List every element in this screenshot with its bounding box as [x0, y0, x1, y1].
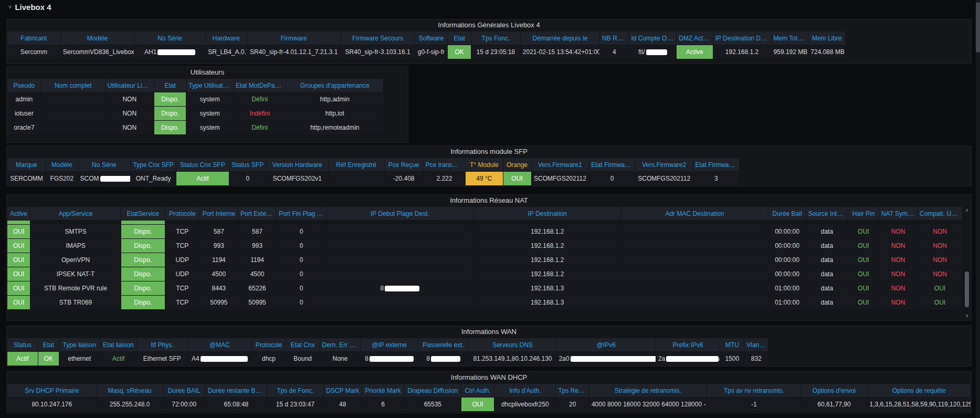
panel-title-wan-dhcp[interactable]: Informations WAN DHCP	[7, 372, 971, 383]
column-header[interactable]: NAT Symétriq	[879, 207, 917, 220]
column-header[interactable]: Vers.Firmware1	[532, 158, 589, 171]
column-header[interactable]: Orange	[503, 158, 531, 171]
column-header[interactable]: Firmware Secours	[341, 32, 415, 45]
column-header[interactable]: Status Cnx SFP	[176, 158, 228, 171]
column-header[interactable]: Fabricant	[7, 32, 60, 45]
table-cell: Actif	[100, 352, 136, 365]
column-header[interactable]: Prefix IPv6	[656, 338, 720, 351]
column-header[interactable]: Drapeau Diffusion	[405, 384, 461, 397]
column-header[interactable]: MTU	[720, 338, 744, 351]
column-header[interactable]: Port Interne	[200, 207, 238, 220]
column-header[interactable]: Firmware	[247, 32, 341, 45]
column-header[interactable]: Etat Firmware1	[589, 158, 635, 171]
column-header[interactable]: Marque	[7, 158, 46, 171]
column-header[interactable]: Masq. sRéseau	[97, 384, 163, 397]
column-header[interactable]: Pce transmise	[424, 158, 466, 171]
column-header[interactable]: Stratégie de retransmis.	[589, 384, 707, 397]
column-header[interactable]: Etat MotDePasse	[234, 79, 286, 92]
column-header[interactable]: Duree BAIL	[163, 384, 205, 397]
column-header[interactable]: Adr MAC Destination	[621, 207, 768, 220]
column-header[interactable]: Etat	[154, 79, 186, 92]
column-header[interactable]: DSCP Mark	[324, 384, 361, 397]
page-scrollbar-thumb[interactable]	[976, 2, 980, 53]
column-header[interactable]: Etat	[38, 338, 59, 351]
column-header[interactable]: Pce Reçue	[385, 158, 423, 171]
column-header[interactable]: Vlan Id	[744, 338, 768, 351]
scroll-down-icon[interactable]: ∨	[964, 313, 970, 318]
column-header[interactable]: Etat liaison	[100, 338, 136, 351]
column-header[interactable]: Modèle	[46, 158, 78, 171]
column-header[interactable]: IP Destination	[474, 207, 621, 220]
row-header-livebox4[interactable]: ˅ Livebox 4	[8, 2, 51, 12]
column-header[interactable]: Active	[7, 207, 30, 220]
column-header[interactable]: IP Debut Plage Dest.	[326, 207, 473, 220]
nat-scrollbar[interactable]: ∧ ∨	[964, 207, 970, 318]
column-header[interactable]: @IP externe	[361, 338, 418, 351]
column-header[interactable]: Status SFP	[229, 158, 266, 171]
column-header[interactable]: Durée restante BAIL	[206, 384, 267, 397]
column-header[interactable]: Info d'Auth.	[494, 384, 555, 397]
column-header[interactable]: Tps Reset	[556, 384, 588, 397]
column-header[interactable]: EtatService	[121, 207, 165, 220]
scroll-up-icon[interactable]: ∧	[964, 207, 970, 213]
panel-title-sfp[interactable]: Informations module SFP	[7, 146, 971, 158]
column-header[interactable]: Itf Phys.	[137, 338, 187, 351]
column-header[interactable]: Utilisateur Linux	[106, 79, 154, 92]
column-header[interactable]: Dern. Err Cnx	[320, 338, 361, 351]
column-header[interactable]: Protocole	[165, 207, 199, 220]
column-header[interactable]: Groupes d'appartenance	[286, 79, 383, 92]
column-header[interactable]: Port Fin Plag Ext	[277, 207, 326, 220]
column-header[interactable]: Options de requête	[868, 384, 971, 397]
column-header[interactable]: @MAC	[188, 338, 252, 351]
panel-title-wan[interactable]: Informations WAN	[7, 326, 971, 338]
column-header[interactable]: Nom complet	[41, 79, 105, 92]
table-cell: ethernet	[59, 352, 100, 365]
column-header[interactable]: Démarrée depuis le	[521, 32, 599, 45]
column-header[interactable]: Tps Fonc.	[471, 32, 520, 45]
column-header[interactable]: IP Destination DMZ	[713, 32, 771, 45]
column-header[interactable]: Software	[415, 32, 447, 45]
page-scrollbar[interactable]	[976, 0, 980, 418]
column-header[interactable]: Pseudo	[7, 79, 41, 92]
column-header[interactable]: Status	[7, 338, 38, 351]
column-header[interactable]: Srv DHCP Primaire	[7, 384, 97, 397]
column-header[interactable]: Hair Pin	[848, 207, 879, 220]
column-header[interactable]: Type Cnx SFP	[131, 158, 176, 171]
column-header[interactable]: Etat Cnx	[286, 338, 320, 351]
column-header[interactable]: NB Reboot	[600, 32, 628, 45]
column-header[interactable]: App/Service	[30, 207, 120, 220]
column-header[interactable]: Id Compte Orange	[629, 32, 676, 45]
column-header[interactable]: Compati. UPnPV1	[918, 207, 962, 220]
column-header[interactable]: @IPv6	[557, 338, 656, 351]
column-header[interactable]: Vers.Firmware2	[636, 158, 693, 171]
column-header[interactable]: Priorité Mark	[362, 384, 404, 397]
column-header[interactable]: Type Utilisateur	[186, 79, 233, 92]
column-header[interactable]: Options d'envoi	[802, 384, 867, 397]
column-header[interactable]: Etat	[448, 32, 470, 45]
column-header[interactable]: Durée Bail	[768, 207, 805, 220]
column-header[interactable]: Ctrl Auth.	[461, 384, 494, 397]
column-header[interactable]: T° Module	[466, 158, 502, 171]
column-header[interactable]: Tps av nv retransmis.	[707, 384, 801, 397]
panel-title-users[interactable]: Utilisateurs	[7, 67, 408, 78]
column-header[interactable]: Modèle	[61, 32, 134, 45]
panel-title-general[interactable]: Informations Générales Livebox 4	[7, 19, 971, 31]
column-header[interactable]: Mem Totale	[772, 32, 808, 45]
column-header[interactable]: Passerelle ext.	[418, 338, 469, 351]
column-header[interactable]: Mem Libre	[808, 32, 845, 45]
column-header[interactable]: Version Hardware	[267, 158, 328, 171]
column-header[interactable]: Serveurs DNS	[469, 338, 556, 351]
column-header[interactable]: DMZ Active	[677, 32, 712, 45]
nat-scrollbar-thumb[interactable]	[965, 271, 969, 307]
column-header[interactable]: Tps de Fonc.	[267, 384, 323, 397]
column-header[interactable]: Hardware	[206, 32, 247, 45]
column-header[interactable]: Port Externe	[238, 207, 276, 220]
column-header[interactable]: Réf Enregistré	[329, 158, 384, 171]
column-header[interactable]: Source Interf.	[806, 207, 848, 220]
panel-title-nat[interactable]: Informations Réseau NAT	[7, 195, 971, 206]
column-header[interactable]: Protocole	[252, 338, 286, 351]
column-header[interactable]: Etat Firmware2	[693, 158, 740, 171]
column-header[interactable]: No Série	[134, 32, 205, 45]
column-header[interactable]: No Série	[78, 158, 130, 171]
column-header[interactable]: Type liaison	[59, 338, 100, 351]
